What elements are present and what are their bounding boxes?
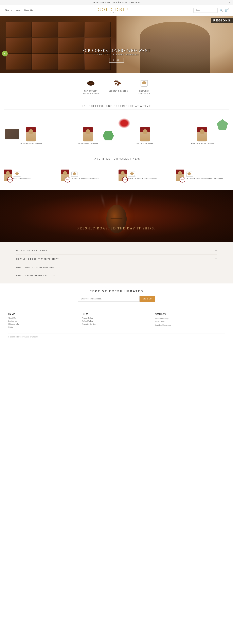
announcement-text: FREE SHIPPING OVER $50 · CODE: OVER50 (93, 1, 140, 4)
faq-toggle-3[interactable]: + (215, 266, 217, 269)
faq-item-3[interactable]: WHAT COUNTRIES DO YOU SHIP TO? + (16, 263, 217, 271)
nav-about-us[interactable]: About Us (24, 9, 33, 12)
coffee-bag-1 (26, 127, 36, 142)
hero-headline: FOR COFFEE LOVERS WHO WANT (0, 48, 233, 53)
features-strip: TOP QUALITYARABICA BEANS LIGHTLY ROASTED… (0, 73, 233, 99)
product-image-rose (118, 117, 172, 142)
site-footer: HELP About Us Contact Us Shipping Info F… (0, 308, 233, 341)
product-label-2: RICA RESERVE COFFEE (78, 143, 98, 145)
nav-shop[interactable]: Shop ▾ (5, 9, 12, 12)
cart-count: 0 (228, 8, 229, 10)
cup-saucer (128, 176, 136, 177)
announcement-close-button[interactable]: × (229, 1, 230, 4)
newsletter-title: RECEIVE FRESH UPDATES (4, 290, 229, 293)
newsletter-form: SIGN UP (78, 296, 155, 302)
faq-item-4[interactable]: WHAT IS YOUR RETURN POLICY? + (16, 271, 217, 280)
main-nav: Shop ▾ Learn About Us (5, 9, 33, 12)
valentines-divider (6, 162, 226, 162)
product-backdrop-brownie (5, 129, 19, 140)
nav-learn[interactable]: Learn (15, 9, 20, 12)
product-backdrop-rica (103, 131, 114, 140)
valentines-card-1[interactable]: FRESH CUPID'S KISS COFFEE (2, 168, 58, 182)
hero-left-panel: S (0, 16, 116, 73)
faq-toggle-1[interactable]: + (215, 249, 217, 252)
valentines-card-2[interactable]: FRESH CHOCOLATE STRAWBERRY COFFEE (60, 168, 116, 182)
footer-link-terms[interactable]: Terms Of Service (82, 323, 151, 325)
feature-roasted: LIGHTLY ROASTED (109, 78, 128, 95)
fresh-stamp-2: FRESH (65, 177, 70, 182)
chocolate-grid (6, 22, 111, 70)
faq-item-2[interactable]: HOW LONG DOES IT TAKE TO SHIP? + (16, 255, 217, 263)
fresh-stamp-4: FRESH (180, 177, 185, 182)
coffee-bag-2 (83, 127, 93, 142)
roasted-beans-icon (114, 78, 124, 88)
steam-3 (128, 192, 133, 208)
roasted-text-overlay: FRESHLY ROASTED THE DAY IT SHIPS. (0, 226, 233, 230)
product-label-4: CHIHUAHUA ATLAN COFFEE (190, 143, 214, 145)
footer-link-refund[interactable]: Refund Policy (82, 320, 151, 322)
footer-link-about[interactable]: About Us (8, 317, 78, 319)
product-card-chihuahua[interactable]: CHIHUAHUA ATLAN COFFEE (174, 116, 230, 146)
footer-link-faqs[interactable]: FAQs (8, 326, 78, 328)
hero-shop-button[interactable]: SHOP (109, 58, 124, 62)
product-backdrop-chihuahua (217, 119, 228, 130)
faq-item-1[interactable]: IS THIS COFFEE FOR ME? + (16, 246, 217, 255)
feature-arabica-label: TOP QUALITYARABICA BEANS (83, 90, 99, 95)
feature-guatemala-label: GROWN INGUATEMALA (138, 90, 150, 95)
faq-question-3: WHAT COUNTRIES DO YOU SHIP TO? (16, 266, 60, 268)
footer-help-title: HELP (8, 313, 78, 315)
footer-contact-column: CONTACT Monday - Friday9AM - 5PM info@go… (155, 313, 225, 329)
faq-toggle-4[interactable]: + (215, 274, 217, 277)
faq-section: IS THIS COFFEE FOR ME? + HOW LONG DOES I… (0, 242, 233, 284)
valentines-card-4[interactable]: FRESH CHOCOLATE DIPPED ALMOND BISCOTTI C… (175, 168, 230, 182)
valentines-grid: FRESH CUPID'S KISS COFFEE FRESH (2, 167, 230, 184)
valentines-section-title: FAVORITES FOR VALENTINE'S (6, 158, 226, 160)
valentines-section: FAVORITES FOR VALENTINE'S FRESH CUPID'S … (0, 152, 233, 190)
steam-1 (100, 192, 106, 208)
val-label-2: CHOCOLATE STRAWBERRY COFFEE (71, 178, 99, 180)
cart-icon[interactable]: 🛒 0 (225, 9, 228, 12)
regions-banner: REGIONS (211, 18, 233, 23)
newsletter-signup-button[interactable]: SIGN UP (140, 296, 155, 302)
site-logo[interactable]: GOLD DRIP CAFE (98, 7, 129, 14)
footer-link-privacy[interactable]: Privacy Policy (82, 317, 151, 319)
woman-silhouette (140, 22, 210, 73)
faq-question-4: WHAT IS YOUR RETURN POLICY? (16, 274, 56, 276)
product-card-brownie[interactable]: FUDGE BROWNIE COFFEE (2, 116, 60, 146)
fresh-stamp-1: FRESH (7, 177, 13, 182)
section-divider (4, 109, 229, 110)
faq-question-2: HOW LONG DOES IT TAKE TO SHIP? (16, 258, 59, 260)
search-input[interactable] (193, 8, 218, 13)
product-label-3: RED ROSE COFFEE (136, 143, 154, 145)
choc-cell (58, 22, 84, 38)
product-card-rose[interactable]: RED ROSE COFFEE (116, 116, 174, 146)
footer-link-contact[interactable]: Contact Us (8, 320, 78, 322)
product-image-rica (61, 117, 115, 142)
valentines-card-3[interactable]: FRESH WHITE CHOCOLATE MOUSSE COFFEE (117, 168, 173, 182)
products-section-header: 92+ COFFEES. ONE EXPERIENCE AT A TIME (0, 99, 233, 114)
choc-cell (6, 22, 32, 38)
coffee-bag-4 (197, 127, 207, 142)
scattered-beans-shape (114, 80, 123, 86)
coffee-bag-3 (140, 127, 150, 142)
product-label-1: FUDGE BROWNIE COFFEE (20, 143, 42, 145)
coffee-bean-shape (87, 81, 94, 86)
fresh-stamp-3: FRESH (122, 177, 128, 182)
site-header: Shop ▾ Learn About Us GOLD DRIP CAFE 🔍 🛒… (0, 5, 233, 16)
footer-contact-email[interactable]: info@gold-drip.com (155, 324, 225, 326)
product-card-rica[interactable]: RICA RESERVE COFFEE (60, 116, 116, 146)
footer-link-shipping[interactable]: Shipping Info (8, 323, 78, 325)
search-icon[interactable]: 🔍 (220, 9, 223, 12)
products-section: 92+ COFFEES. ONE EXPERIENCE AT A TIME FU… (0, 99, 233, 152)
newsletter-email-input[interactable] (78, 296, 140, 302)
feature-arabica: TOP QUALITYARABICA BEANS (83, 78, 99, 95)
val-label-3: WHITE CHOCOLATE MOUSSE COFFEE (128, 178, 158, 180)
footer-info-title: INFO (82, 313, 151, 315)
product-image-brownie (4, 117, 58, 142)
faq-toggle-2[interactable]: + (215, 257, 217, 260)
hero-right-panel: REGIONS (116, 16, 233, 73)
val-label-1: CUPID'S KISS COFFEE (13, 178, 31, 180)
roasted-headline: FRESHLY ROASTED THE DAY IT SHIPS. (0, 226, 233, 230)
footer-contact-hours: Monday - Friday9AM - 5PM (155, 317, 225, 323)
cup-saucer (186, 176, 193, 177)
